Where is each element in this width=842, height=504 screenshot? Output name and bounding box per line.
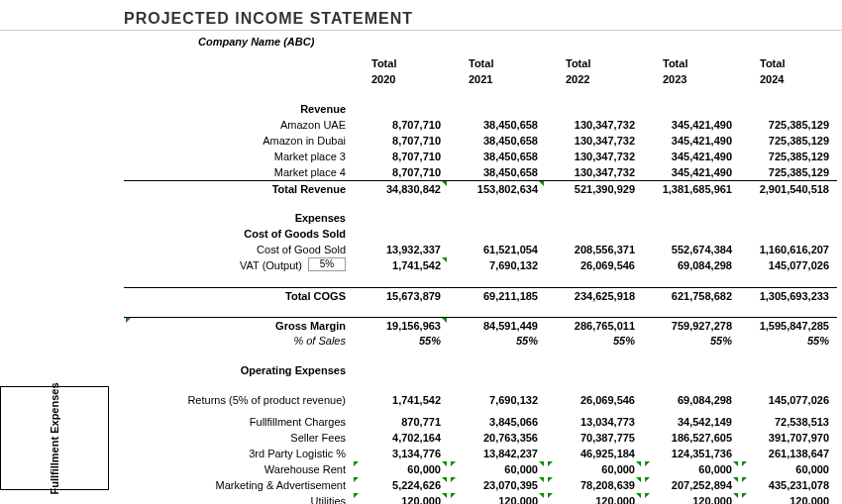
cell: 4,702,164 — [352, 430, 449, 446]
table-row: Fullfillment Charges 870,771 3,845,066 1… — [124, 414, 837, 430]
cell: 26,069,546 — [546, 257, 643, 273]
cell: 13,034,773 — [546, 414, 643, 430]
cell: 870,771 — [352, 414, 449, 430]
cell: 286,765,011 — [546, 318, 643, 333]
row-label: Returns (5% of product revenue) — [124, 392, 352, 408]
cell: 60,000 — [740, 461, 837, 477]
cell: 120,000 — [352, 493, 449, 504]
cell: 759,927,278 — [643, 318, 740, 333]
company-subtitle: Company Name (ABC) — [198, 36, 314, 48]
cell: 207,252,894 — [643, 477, 740, 493]
cell: 34,542,149 — [643, 414, 740, 430]
row-label: Market place 4 — [124, 164, 352, 180]
cell: 19,156,963 — [352, 318, 449, 333]
page-title: PROJECTED INCOME STATEMENT — [124, 10, 413, 28]
section-header-cogs: Cost of Goods Sold — [124, 226, 837, 242]
col-header: Total — [740, 55, 837, 71]
cell: 725,385,129 — [740, 164, 837, 180]
cell: 26,069,546 — [546, 392, 643, 408]
cell: 145,077,026 — [740, 257, 837, 273]
table-row-pct-sales: % of Sales 55% 55% 55% 55% 55% — [124, 333, 837, 349]
cell: 145,077,026 — [740, 392, 837, 408]
cell: 78,208,639 — [546, 477, 643, 493]
table-row: Utilities 120,000 120,000 120,000 120,00… — [124, 493, 837, 504]
cell: 2,901,540,518 — [740, 181, 837, 196]
section-header-opex: Operating Expenses — [124, 362, 837, 378]
row-label: Cost of Good Sold — [124, 242, 352, 257]
table-row: 3rd Party Logistic % 3,134,776 13,842,23… — [124, 446, 837, 461]
cell: 69,084,298 — [643, 257, 740, 273]
cell: 15,673,879 — [352, 288, 449, 303]
cell: 55% — [546, 333, 643, 349]
cell: 7,690,132 — [449, 257, 546, 273]
row-label: Amazon UAE — [124, 117, 352, 133]
cell: 120,000 — [546, 493, 643, 504]
cell: 621,758,682 — [643, 288, 740, 303]
col-header: Total — [449, 55, 546, 71]
col-header: Total — [643, 55, 740, 71]
cell: 8,707,710 — [352, 133, 449, 149]
cell: 55% — [449, 333, 546, 349]
section-header-revenue: Revenue — [124, 101, 837, 117]
table-row-total-revenue: Total Revenue 34,830,842 153,802,634 521… — [124, 180, 837, 196]
cell: 69,211,185 — [449, 288, 546, 303]
col-year: 2021 — [449, 71, 546, 87]
col-header: Total — [546, 55, 643, 71]
cell: 13,842,237 — [449, 446, 546, 461]
table-row-total-cogs: Total COGS 15,673,879 69,211,185 234,625… — [124, 287, 837, 303]
vat-input[interactable]: 5% — [308, 257, 346, 271]
header-row-years: 2020 2021 2022 2023 2024 — [124, 71, 837, 87]
cell: 124,351,736 — [643, 446, 740, 461]
cell: 1,160,616,207 — [740, 242, 837, 257]
cell: 23,070,395 — [449, 477, 546, 493]
col-year: 2023 — [643, 71, 740, 87]
cell: 1,595,847,285 — [740, 318, 837, 333]
row-label: Total Revenue — [124, 181, 352, 196]
cell: 1,741,542 — [352, 392, 449, 408]
col-header: Total — [352, 55, 449, 71]
table-row: Seller Fees 4,702,164 20,763,356 70,387,… — [124, 430, 837, 446]
section-header-expenses: Expenses — [124, 210, 837, 226]
row-label: Amazon in Dubai — [124, 133, 352, 149]
cell: 1,381,685,961 — [643, 181, 740, 196]
expenses-header: Expenses — [124, 210, 352, 226]
cell: 60,000 — [546, 461, 643, 477]
cell: 130,347,732 — [546, 164, 643, 180]
cell: 261,138,647 — [740, 446, 837, 461]
cell: 70,387,775 — [546, 430, 643, 446]
cell: 3,134,776 — [352, 446, 449, 461]
cell: 8,707,710 — [352, 164, 449, 180]
cell: 55% — [740, 333, 837, 349]
row-label: Market place 3 — [124, 149, 352, 164]
table-row: Cost of Good Sold 13,932,337 61,521,054 … — [124, 242, 837, 257]
income-statement-table: Total Total Total Total Total 2020 2021 … — [124, 55, 837, 504]
cell: 120,000 — [449, 493, 546, 504]
cell: 725,385,129 — [740, 149, 837, 164]
cell: 60,000 — [352, 461, 449, 477]
cell: 61,521,054 — [449, 242, 546, 257]
cell: 186,527,605 — [643, 430, 740, 446]
cell: 130,347,732 — [546, 117, 643, 133]
cell: 345,421,490 — [643, 133, 740, 149]
cell: 84,591,449 — [449, 318, 546, 333]
vat-label: VAT (Output) — [240, 259, 302, 271]
cell: 345,421,490 — [643, 164, 740, 180]
row-label: % of Sales — [124, 333, 352, 349]
cell: 55% — [643, 333, 740, 349]
table-row: Market place 4 8,707,710 38,450,658 130,… — [124, 164, 837, 180]
cell: 38,450,658 — [449, 164, 546, 180]
row-label: 3rd Party Logistic % — [124, 446, 352, 461]
cell: 55% — [352, 333, 449, 349]
side-tab-fulfillment: Fullfillment Expenses — [0, 386, 109, 490]
cell: 234,625,918 — [546, 288, 643, 303]
cell: 345,421,490 — [643, 149, 740, 164]
cell: 1,741,542 — [352, 257, 449, 273]
row-label: Seller Fees — [124, 430, 352, 446]
cell: 552,674,384 — [643, 242, 740, 257]
cell: 13,932,337 — [352, 242, 449, 257]
table-row-gross-margin: Gross Margin 19,156,963 84,591,449 286,7… — [124, 317, 837, 333]
cell: 72,538,513 — [740, 414, 837, 430]
row-label: Total COGS — [124, 288, 352, 303]
header-row-top: Total Total Total Total Total — [124, 55, 837, 71]
cell: 120,000 — [643, 493, 740, 504]
